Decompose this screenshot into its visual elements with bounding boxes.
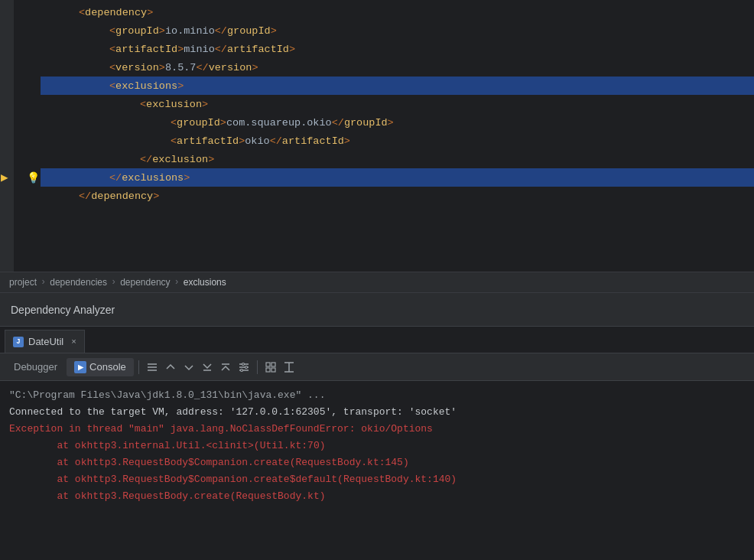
breadcrumb-exclusions[interactable]: exclusions bbox=[184, 277, 226, 288]
console-line-6: at okhttp3.RequestBody$Companion.create$… bbox=[9, 471, 745, 488]
toolbar-divider-2 bbox=[257, 360, 258, 374]
console-line-5: at okhttp3.RequestBody$Companion.create(… bbox=[9, 454, 745, 471]
code-line-4: <version>8.5.7</version> bbox=[41, 58, 754, 77]
svg-rect-16 bbox=[266, 368, 270, 372]
breadcrumb-sep-2: › bbox=[111, 277, 116, 288]
tab-console[interactable]: ▶ Console bbox=[67, 358, 134, 376]
lightbulb-icon[interactable]: 💡 bbox=[27, 171, 40, 184]
breadcrumb-dependency[interactable]: dependency bbox=[120, 277, 170, 288]
console-line-7: at okhttp3.RequestBody.create(RequestBod… bbox=[9, 488, 745, 505]
console-line-4: at okhttp3.internal.Util.<clinit>(Util.k… bbox=[9, 438, 745, 454]
breadcrumb: project › dependencies › dependency › ex… bbox=[0, 272, 754, 293]
dependency-analyzer-bar: Dependency Analyzer bbox=[0, 293, 754, 327]
code-line-10: ▶ 💡 </exclusions> bbox=[41, 168, 754, 187]
code-line-11: </dependency> bbox=[41, 187, 754, 205]
code-line-9: </exclusion> bbox=[41, 150, 754, 168]
toolbar-up-btn[interactable] bbox=[162, 359, 179, 376]
code-line-1: <dependency> bbox=[41, 3, 754, 21]
debug-panel: Debugger ▶ Console bbox=[0, 353, 754, 560]
code-line-8: <artifactId>okio</artifactId> bbox=[41, 132, 754, 150]
tab-close-button[interactable]: × bbox=[71, 337, 76, 347]
debug-arrow-icon: ▶ bbox=[1, 170, 8, 185]
console-line-1: "C:\Program Files\Java\jdk1.8.0_131\bin\… bbox=[9, 387, 745, 404]
tab-dateutil[interactable]: J DateUtil × bbox=[5, 330, 85, 353]
console-line-2: Connected to the target VM, address: '12… bbox=[9, 404, 745, 421]
dependency-analyzer-label: Dependency Analyzer bbox=[11, 304, 115, 316]
code-line-5: <exclusions> bbox=[41, 77, 754, 95]
toolbar-down2-btn[interactable] bbox=[199, 359, 216, 376]
breadcrumb-sep-3: › bbox=[174, 277, 180, 288]
breadcrumb-sep-1: › bbox=[41, 277, 46, 288]
svg-rect-14 bbox=[266, 363, 270, 366]
code-line-2: <groupId>io.minio</groupId> bbox=[41, 21, 754, 40]
toolbar-filter-btn[interactable] bbox=[236, 359, 252, 376]
toolbar-layout-btn[interactable] bbox=[281, 359, 297, 376]
toolbar-up2-btn[interactable] bbox=[217, 359, 234, 376]
tab-console-label: Console bbox=[89, 361, 126, 373]
console-icon: ▶ bbox=[74, 361, 86, 373]
console-output: "C:\Program Files\Java\jdk1.8.0_131\bin\… bbox=[0, 381, 754, 511]
editor-area: <dependency> <groupId>io.minio</groupId>… bbox=[0, 0, 754, 272]
code-line-3: <artifactId>minio</artifactId> bbox=[41, 40, 754, 58]
svg-point-10 bbox=[245, 366, 247, 368]
line-numbers bbox=[14, 0, 41, 272]
console-line-3: Exception in thread "main" java.lang.NoC… bbox=[9, 421, 745, 438]
left-side-gutter bbox=[0, 0, 14, 272]
svg-rect-15 bbox=[271, 363, 275, 366]
svg-rect-17 bbox=[271, 368, 275, 372]
code-content[interactable]: <dependency> <groupId>io.minio</groupId>… bbox=[41, 0, 754, 272]
code-line-7: <groupId>com.squareup.okio</groupId> bbox=[41, 113, 754, 132]
toolbar-down-btn[interactable] bbox=[180, 359, 197, 376]
toolbar-divider-1 bbox=[138, 360, 139, 374]
tab-debugger[interactable]: Debugger bbox=[6, 358, 65, 376]
toolbar-menu-btn[interactable] bbox=[144, 359, 161, 376]
tab-bar: J DateUtil × bbox=[0, 327, 754, 353]
debug-toolbar: Debugger ▶ Console bbox=[0, 353, 754, 381]
tab-icon: J bbox=[13, 337, 24, 347]
toolbar-grid-btn[interactable] bbox=[262, 359, 279, 376]
breadcrumb-dependencies[interactable]: dependencies bbox=[50, 277, 107, 288]
svg-point-13 bbox=[240, 369, 242, 371]
svg-point-7 bbox=[242, 363, 244, 365]
code-line-6: <exclusion> bbox=[41, 95, 754, 113]
tab-label: DateUtil bbox=[28, 336, 63, 347]
breadcrumb-project[interactable]: project bbox=[9, 277, 37, 288]
